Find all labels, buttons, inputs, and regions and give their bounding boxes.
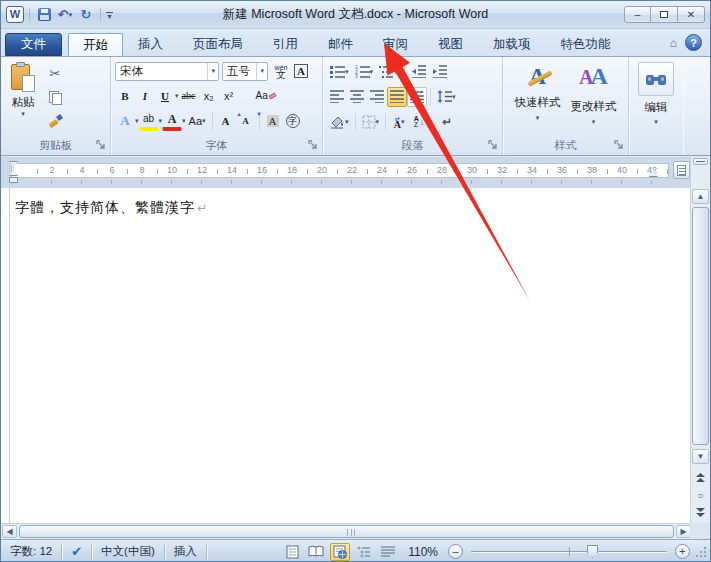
horizontal-scroll-thumb[interactable]: [19, 525, 674, 538]
scroll-left-button[interactable]: ◀: [2, 525, 17, 538]
decrease-indent-button[interactable]: [408, 62, 429, 82]
font-size-select[interactable]: 五号▾: [222, 62, 268, 81]
tab-special-features[interactable]: 特色功能: [546, 33, 626, 56]
ruler-number: 40: [617, 165, 627, 175]
change-styles-button[interactable]: AA 更改样式 ▾: [566, 59, 622, 135]
tab-file[interactable]: 文件: [5, 33, 62, 56]
subscript-button[interactable]: x₂: [199, 86, 219, 106]
restore-button[interactable]: [651, 6, 678, 23]
clear-formatting-button[interactable]: Aa: [253, 86, 279, 106]
customize-qat-button[interactable]: ▾: [106, 10, 113, 19]
previous-page-button[interactable]: [692, 469, 709, 485]
fullscreen-reading-view-button[interactable]: [306, 543, 326, 561]
draft-view-button[interactable]: [378, 543, 398, 561]
grow-font-button[interactable]: A▴: [216, 111, 236, 131]
text-effects-button[interactable]: A: [115, 111, 135, 131]
font-color-button[interactable]: A: [162, 111, 182, 131]
tab-references[interactable]: 引用: [258, 33, 313, 56]
help-button[interactable]: ?: [685, 34, 702, 51]
underline-button[interactable]: U: [155, 86, 175, 106]
font-name-select[interactable]: 宋体▾: [115, 62, 219, 81]
copy-button[interactable]: [45, 87, 65, 107]
shading-button[interactable]: ▾: [327, 112, 352, 132]
align-right-button[interactable]: [367, 87, 387, 107]
ruler-tick: [427, 169, 428, 174]
phonetic-guide-button[interactable]: wén文: [271, 61, 291, 81]
word-count-status[interactable]: 字数: 12: [1, 544, 62, 560]
ruler-tick: [337, 169, 338, 174]
minimize-button[interactable]: –: [624, 6, 651, 23]
text-highlight-button[interactable]: ab: [139, 111, 159, 131]
sort-button[interactable]: AZ↓: [409, 112, 429, 132]
close-button[interactable]: ✕: [678, 6, 705, 23]
tab-mailings[interactable]: 邮件: [313, 33, 368, 56]
format-painter-button[interactable]: [45, 111, 65, 131]
bold-button[interactable]: B: [115, 86, 135, 106]
cut-button[interactable]: ✂: [45, 63, 65, 83]
increase-indent-button[interactable]: [429, 62, 450, 82]
save-button[interactable]: [35, 6, 53, 24]
scroll-up-button[interactable]: ▲: [692, 189, 709, 204]
zoom-slider-thumb[interactable]: [587, 545, 598, 558]
styles-dialog-launcher-icon[interactable]: [614, 140, 625, 151]
borders-button[interactable]: ▾: [359, 112, 383, 132]
italic-button[interactable]: I: [135, 86, 155, 106]
enclose-characters-button[interactable]: 字: [283, 111, 303, 131]
tab-review[interactable]: 审阅: [368, 33, 423, 56]
change-case-button[interactable]: Aa▾: [186, 111, 209, 131]
scroll-down-button[interactable]: ▼: [692, 449, 709, 464]
zoom-slider[interactable]: [471, 544, 667, 559]
tab-addins[interactable]: 加载项: [478, 33, 546, 56]
tab-page-layout[interactable]: 页面布局: [178, 33, 258, 56]
multilevel-list-button[interactable]: ▾: [376, 62, 401, 82]
paragraph-mark: ↵: [197, 201, 208, 215]
character-shading-button[interactable]: A: [263, 111, 283, 131]
tab-home[interactable]: 开始: [68, 33, 123, 56]
scroll-right-button[interactable]: ▶: [676, 525, 691, 538]
language-status[interactable]: 中文(中国): [92, 544, 165, 560]
character-border-button[interactable]: A: [291, 61, 311, 81]
outline-view-button[interactable]: [354, 543, 374, 561]
line-spacing-button[interactable]: ▾: [434, 87, 459, 107]
document-text-line: 字體，支持简体、繁體漢字↵: [15, 199, 208, 217]
left-indent-marker[interactable]: [9, 177, 18, 183]
distribute-button[interactable]: [407, 87, 427, 107]
bullets-button[interactable]: ▾: [327, 62, 352, 82]
vertical-scroll-thumb[interactable]: [692, 207, 709, 445]
redo-button[interactable]: ↻: [77, 6, 95, 24]
word-app-icon[interactable]: W: [6, 6, 24, 23]
tab-insert[interactable]: 插入: [123, 33, 178, 56]
font-dialog-launcher-icon[interactable]: [308, 140, 319, 151]
status-bar: 字数: 12 ✔ 中文(中国) 插入 110% –: [1, 539, 710, 562]
shrink-font-button[interactable]: A▾: [236, 111, 256, 131]
resize-grip[interactable]: [696, 547, 706, 557]
proofing-status[interactable]: ✔: [62, 544, 92, 560]
zoom-level[interactable]: 110%: [408, 545, 438, 559]
tab-view[interactable]: 视图: [423, 33, 478, 56]
web-layout-view-button[interactable]: [330, 543, 350, 561]
minimize-ribbon-button[interactable]: ⌂: [670, 36, 677, 50]
asian-layout-button[interactable]: ⇄A▾: [389, 112, 409, 132]
view-ruler-toggle-button[interactable]: [673, 161, 690, 179]
align-center-button[interactable]: [347, 87, 367, 107]
quick-styles-button[interactable]: A 快速样式 ▾: [510, 59, 566, 135]
next-page-button[interactable]: [692, 504, 709, 520]
document-editing-area[interactable]: 字體，支持简体、繁體漢字↵: [1, 188, 692, 523]
align-left-button[interactable]: [327, 87, 347, 107]
split-window-handle[interactable]: [693, 158, 708, 165]
zoom-out-button[interactable]: –: [448, 544, 463, 559]
clipboard-dialog-launcher-icon[interactable]: [96, 140, 107, 151]
strikethrough-button[interactable]: abc: [179, 86, 199, 106]
zoom-in-button[interactable]: +: [675, 544, 690, 559]
justify-button[interactable]: [387, 87, 407, 107]
superscript-button[interactable]: x²: [219, 86, 239, 106]
insert-mode-status[interactable]: 插入: [165, 544, 207, 560]
print-layout-view-button[interactable]: [282, 543, 302, 561]
paste-button[interactable]: 粘贴 ▾: [1, 59, 45, 131]
select-browse-object-button[interactable]: ○: [692, 487, 709, 503]
show-hide-marks-button[interactable]: ↵: [437, 112, 457, 132]
paragraph-dialog-launcher-icon[interactable]: [488, 140, 499, 151]
numbering-button[interactable]: 123▾: [352, 62, 377, 82]
editing-button[interactable]: [638, 62, 674, 96]
undo-button[interactable]: ↶▾: [56, 6, 74, 24]
